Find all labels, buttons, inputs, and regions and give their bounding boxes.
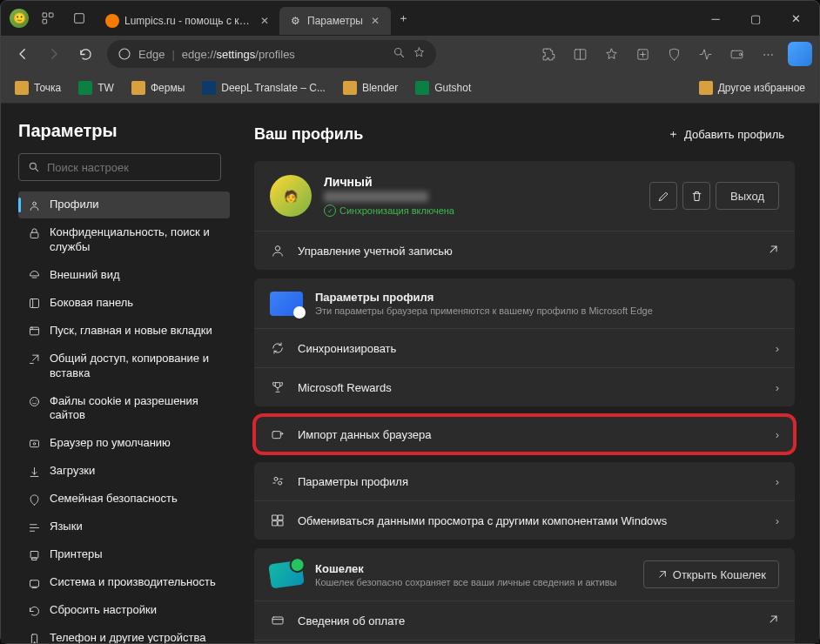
sidebar-icon — [27, 198, 41, 212]
person-icon — [270, 243, 286, 258]
sidebar-icon — [27, 465, 41, 479]
close-icon[interactable]: ✕ — [368, 14, 382, 28]
delete-button[interactable] — [682, 182, 710, 210]
sidebar-item[interactable]: Внешний вид — [18, 262, 230, 289]
svg-rect-30 — [279, 515, 283, 520]
sidebar-label: Система и производительность — [50, 575, 216, 590]
card-title: Кошелек — [315, 562, 631, 575]
sidebar-label: Загрузки — [50, 464, 95, 479]
sidebar-icon — [27, 226, 41, 240]
favicon-icon — [105, 14, 119, 28]
bookmark-item[interactable]: Gutshot — [408, 77, 478, 98]
sidebar-item[interactable]: Языки — [18, 513, 230, 540]
collections-button[interactable] — [628, 39, 657, 69]
back-button[interactable] — [8, 39, 37, 69]
edit-button[interactable] — [649, 182, 677, 210]
row-sync[interactable]: Синхронизировать › — [254, 328, 795, 367]
svg-point-10 — [30, 163, 36, 169]
site-icon — [202, 81, 216, 95]
sidebar-item[interactable]: Боковая панель — [18, 290, 230, 317]
sidebar-item[interactable]: Семейная безопасность — [18, 486, 230, 513]
content: Параметры ПрофилиКонфиденциальность, пои… — [1, 104, 819, 643]
sidebar-icon — [27, 352, 41, 366]
close-button[interactable]: ✕ — [776, 3, 816, 34]
sidebar-item[interactable]: Сбросить настройки — [18, 597, 230, 624]
bookmark-item[interactable]: DeepL Translate – C... — [195, 77, 333, 98]
card-subtitle: Эти параметры браузера применяются к ваш… — [315, 305, 653, 316]
sync-icon — [270, 340, 286, 356]
search-input[interactable] — [47, 161, 212, 174]
row-profile-params[interactable]: Параметры профиля › — [254, 462, 795, 500]
row-share-windows[interactable]: Обмениваться данными просмотра с другими… — [254, 500, 795, 540]
import-icon — [270, 426, 286, 442]
sidebar-title: Параметры — [18, 121, 230, 141]
star-icon[interactable] — [413, 46, 426, 62]
bookmark-other[interactable]: Другое избранное — [692, 77, 812, 98]
split-button[interactable] — [565, 39, 595, 69]
row-payment-info[interactable]: Сведения об оплате — [254, 600, 795, 640]
sidebar-item[interactable]: Файлы cookie и разрешения сайтов — [18, 388, 230, 430]
close-icon[interactable]: ✕ — [259, 14, 271, 28]
tab-settings[interactable]: ⚙ Параметры ✕ — [279, 7, 391, 35]
sidebar-item[interactable]: Браузер по умолчанию — [18, 430, 230, 457]
sidebar-label: Семейная безопасность — [50, 492, 178, 506]
profile-settings-icon — [270, 292, 303, 316]
tab-label: Lumpics.ru - помощь с компьют — [124, 15, 253, 27]
open-wallet-button[interactable]: Открыть Кошелек — [643, 560, 779, 588]
performance-button[interactable] — [690, 39, 720, 69]
sidebar-item[interactable]: Конфиденциальность, поиск и службы — [18, 219, 230, 261]
sidebar-label: Внешний вид — [50, 268, 120, 283]
bookmark-item[interactable]: Фермы — [124, 77, 192, 98]
extensions-button[interactable] — [534, 39, 563, 69]
row-passwords[interactable]: Пароли — [254, 640, 795, 643]
bookmark-item[interactable]: Точка — [8, 77, 68, 98]
search-icon[interactable] — [393, 46, 406, 62]
svg-point-15 — [30, 398, 38, 406]
maximize-button[interactable]: ▢ — [736, 3, 776, 34]
sidebar-item[interactable]: Телефон и другие устройства — [18, 625, 230, 643]
row-import-data[interactable]: Импорт данных браузера › — [254, 415, 795, 453]
profile-avatar-icon[interactable]: 🙂 — [10, 9, 29, 28]
profile-email-blurred — [324, 191, 428, 202]
svg-rect-26 — [272, 432, 280, 439]
tab-actions-icon[interactable] — [67, 6, 91, 30]
settings-icon — [270, 473, 286, 489]
row-rewards[interactable]: Microsoft Rewards › — [254, 367, 795, 406]
browser-essentials-button[interactable] — [722, 39, 751, 69]
sidebar-item[interactable]: Система и производительность — [18, 569, 230, 596]
address-bar[interactable]: Edge | edge://settings/profiles — [107, 40, 436, 68]
add-profile-button[interactable]: ＋Добавить профиль — [657, 121, 795, 147]
workspaces-icon[interactable] — [36, 6, 60, 30]
new-tab-button[interactable]: ＋ — [391, 5, 417, 31]
row-manage-account[interactable]: Управление учетной записью — [254, 231, 795, 270]
svg-rect-32 — [279, 521, 283, 526]
edge-label: Edge — [138, 48, 165, 61]
profile-rows-card: Параметры профиля › Обмениваться данными… — [254, 462, 795, 540]
sidebar-item[interactable]: Профили — [18, 191, 230, 218]
search-settings[interactable] — [18, 153, 221, 181]
sidebar-item[interactable]: Пуск, главная и новые вкладки — [18, 318, 230, 345]
sidebar-icon — [27, 576, 41, 590]
sync-status: Синхронизация включена — [324, 205, 637, 217]
svg-rect-33 — [272, 617, 283, 624]
refresh-button[interactable] — [71, 39, 100, 69]
sidebar-item[interactable]: Общий доступ, копирование и вставка — [18, 345, 230, 387]
sidebar-label: Файлы cookie и разрешения сайтов — [50, 394, 221, 424]
sidebar-item[interactable]: Принтеры — [18, 541, 230, 568]
bookmark-item[interactable]: Blender — [336, 77, 405, 98]
card-icon — [270, 613, 286, 628]
bookmark-item[interactable]: TW — [71, 77, 121, 98]
site-icon — [415, 81, 429, 95]
logout-button[interactable]: Выход — [716, 182, 779, 210]
toolbar: Edge | edge://settings/profiles ⋯ — [1, 36, 819, 72]
minimize-button[interactable]: ─ — [696, 3, 736, 34]
sidebar-item[interactable]: Загрузки — [18, 458, 230, 485]
copilot-button[interactable] — [788, 42, 812, 66]
titlebar: 🙂 Lumpics.ru - помощь с компьют ✕ ⚙ Пара… — [1, 1, 819, 36]
tab-lumpics[interactable]: Lumpics.ru - помощь с компьют ✕ — [97, 7, 279, 35]
favorites-button[interactable] — [596, 39, 626, 69]
wallet-card: Кошелек Кошелек безопасно сохраняет все … — [254, 548, 795, 643]
vpn-button[interactable] — [659, 39, 689, 69]
more-button[interactable]: ⋯ — [753, 39, 783, 69]
sidebar-icon — [27, 395, 41, 409]
